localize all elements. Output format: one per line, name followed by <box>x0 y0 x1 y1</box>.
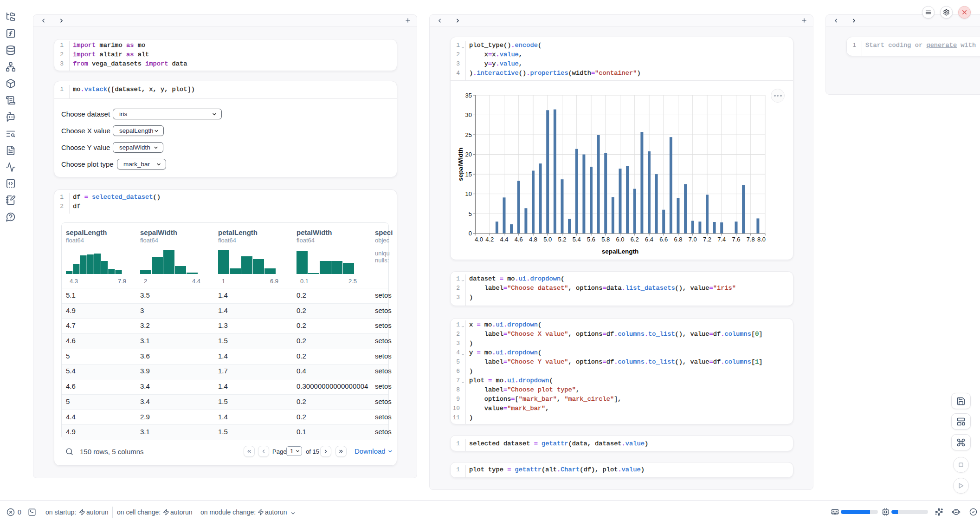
svg-text:0: 0 <box>469 230 472 237</box>
svg-text:25: 25 <box>465 131 472 138</box>
svg-text:4.4: 4.4 <box>500 236 508 243</box>
svg-text:6.8: 6.8 <box>674 236 682 243</box>
svg-text:4.8: 4.8 <box>529 236 537 243</box>
svg-text:6.6: 6.6 <box>659 236 668 243</box>
svg-text:sepalLength: sepalLength <box>602 248 639 255</box>
svg-text:7.4: 7.4 <box>717 236 726 243</box>
svg-text:20: 20 <box>465 151 472 158</box>
svg-text:5: 5 <box>469 210 472 217</box>
svg-text:sepalWidth: sepalWidth <box>457 148 464 181</box>
svg-text:5.0: 5.0 <box>543 236 552 243</box>
svg-text:7.2: 7.2 <box>703 236 711 243</box>
svg-text:5.8: 5.8 <box>601 236 610 243</box>
svg-text:7.6: 7.6 <box>732 236 740 243</box>
svg-text:5.4: 5.4 <box>573 236 581 243</box>
svg-text:35: 35 <box>465 92 472 99</box>
svg-text:6.0: 6.0 <box>616 236 624 243</box>
svg-text:7.0: 7.0 <box>689 236 697 243</box>
svg-text:4.0: 4.0 <box>475 236 483 243</box>
svg-text:5.6: 5.6 <box>587 236 595 243</box>
svg-text:5.2: 5.2 <box>558 236 566 243</box>
svg-text:4.2: 4.2 <box>485 236 494 243</box>
svg-text:8.0: 8.0 <box>757 236 766 243</box>
svg-text:6.4: 6.4 <box>645 236 653 243</box>
svg-text:7.8: 7.8 <box>747 236 755 243</box>
svg-text:4.6: 4.6 <box>515 236 523 243</box>
svg-text:10: 10 <box>465 190 472 197</box>
svg-text:30: 30 <box>465 111 472 118</box>
svg-text:6.2: 6.2 <box>631 236 639 243</box>
svg-text:15: 15 <box>465 171 472 178</box>
